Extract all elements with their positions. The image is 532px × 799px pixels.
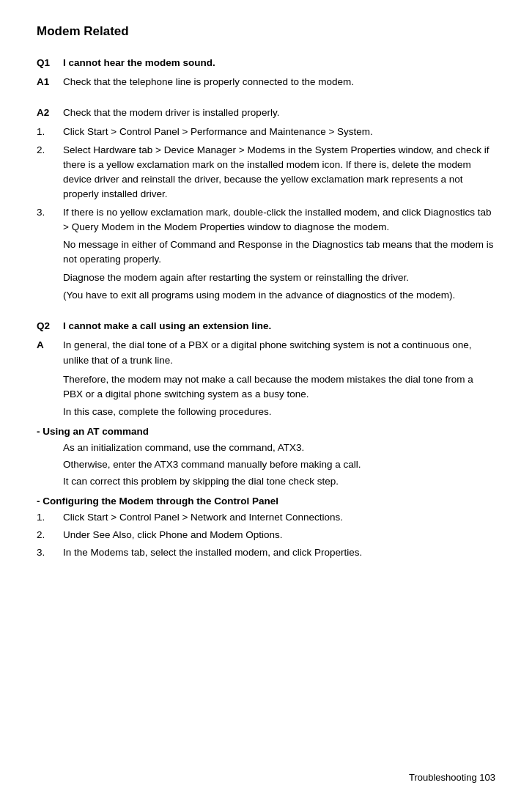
a2-item-1: 1. Click Start > Control Panel > Perform… bbox=[37, 125, 495, 139]
q2-note1-text: Therefore, the modem may not make a call… bbox=[63, 372, 495, 402]
q2-s2-item2-text: Under See Also, click Phone and Modem Op… bbox=[63, 528, 495, 542]
q2-s2-item1-text: Click Start > Control Panel > Network an… bbox=[63, 510, 495, 525]
q2-a-text: In general, the dial tone of a PBX or a … bbox=[63, 338, 495, 368]
q2-section2-list: 1. Click Start > Control Panel > Network… bbox=[37, 510, 495, 561]
q2-s1-item3: It can correct this problem by skipping … bbox=[63, 474, 495, 489]
a2-item-3: 3. If there is no yellow exclamation mar… bbox=[37, 205, 495, 235]
a2-note1-text: No message in either of Command and Resp… bbox=[63, 238, 495, 268]
a2-note2-text: Diagnose the modem again after restartin… bbox=[63, 270, 495, 285]
a2-item-3-num: 3. bbox=[37, 205, 63, 235]
a2-row: A2 Check that the modem driver is instal… bbox=[37, 106, 495, 120]
q2-s2-item3: 3. In the Modems tab, select the install… bbox=[37, 545, 495, 560]
a2-item-1-text: Click Start > Control Panel > Performanc… bbox=[63, 125, 495, 139]
q2-s2-item3-num: 3. bbox=[37, 545, 63, 560]
a2-text: Check that the modem driver is installed… bbox=[63, 106, 495, 120]
q2-s2-item3-text: In the Modems tab, select the installed … bbox=[63, 545, 495, 560]
q2-note2-text: In this case, complete the following pro… bbox=[63, 405, 495, 419]
a2-item-2-text: Select Hardware tab > Device Manager > M… bbox=[63, 143, 495, 202]
page-container: Modem Related Q1 I cannot hear the modem… bbox=[0, 0, 532, 799]
a2-note3: (You have to exit all programs using mod… bbox=[63, 288, 495, 303]
a2-note3-text: (You have to exit all programs using mod… bbox=[63, 288, 495, 303]
q2-note1: Therefore, the modem may not make a call… bbox=[63, 372, 495, 402]
a2-item-2: 2. Select Hardware tab > Device Manager … bbox=[37, 143, 495, 202]
a2-item-1-num: 1. bbox=[37, 125, 63, 139]
q2-s2-item1: 1. Click Start > Control Panel > Network… bbox=[37, 510, 495, 525]
q2-s1-item1: As an initialization command, use the co… bbox=[63, 441, 495, 455]
q2-s2-item1-num: 1. bbox=[37, 510, 63, 525]
a2-note2: Diagnose the modem again after restartin… bbox=[63, 270, 495, 285]
a2-list: 1. Click Start > Control Panel > Perform… bbox=[37, 125, 495, 235]
q1-label: Q1 bbox=[37, 56, 63, 70]
a2-note1: No message in either of Command and Resp… bbox=[63, 238, 495, 268]
q1-row: Q1 I cannot hear the modem sound. bbox=[37, 56, 495, 70]
q2-a-label: A bbox=[37, 338, 63, 368]
q2-question: I cannot make a call using an extension … bbox=[63, 319, 495, 334]
q2-label: Q2 bbox=[37, 319, 63, 334]
q2-s2-item2-num: 2. bbox=[37, 528, 63, 542]
a2-item-3-text: If there is no yellow exclamation mark, … bbox=[63, 205, 495, 235]
q1-question: I cannot hear the modem sound. bbox=[63, 56, 495, 70]
q2-section2-title: - Configuring the Modem through the Cont… bbox=[37, 494, 495, 509]
a1-label: A1 bbox=[37, 75, 63, 89]
q2-row: Q2 I cannot make a call using an extensi… bbox=[37, 319, 495, 334]
a2-item-2-num: 2. bbox=[37, 143, 63, 202]
q1-section: Q1 I cannot hear the modem sound. A1 Che… bbox=[37, 56, 495, 90]
page-footer: Troubleshooting 103 bbox=[409, 770, 495, 785]
a2-section: A2 Check that the modem driver is instal… bbox=[37, 106, 495, 303]
a2-label: A2 bbox=[37, 106, 63, 120]
q2-note2: In this case, complete the following pro… bbox=[63, 405, 495, 419]
q2-a-row: A In general, the dial tone of a PBX or … bbox=[37, 338, 495, 368]
a1-row: A1 Check that the telephone line is prop… bbox=[37, 75, 495, 89]
page-title: Modem Related bbox=[37, 22, 495, 41]
q2-section: Q2 I cannot make a call using an extensi… bbox=[37, 319, 495, 561]
a1-text: Check that the telephone line is properl… bbox=[63, 75, 495, 89]
q2-section1-title: - Using an AT command bbox=[37, 424, 495, 439]
q2-s1-item2: Otherwise, enter the ATX3 command manual… bbox=[63, 457, 495, 472]
q2-s2-item2: 2. Under See Also, click Phone and Modem… bbox=[37, 528, 495, 542]
q2-section1-items: As an initialization command, use the co… bbox=[63, 441, 495, 490]
